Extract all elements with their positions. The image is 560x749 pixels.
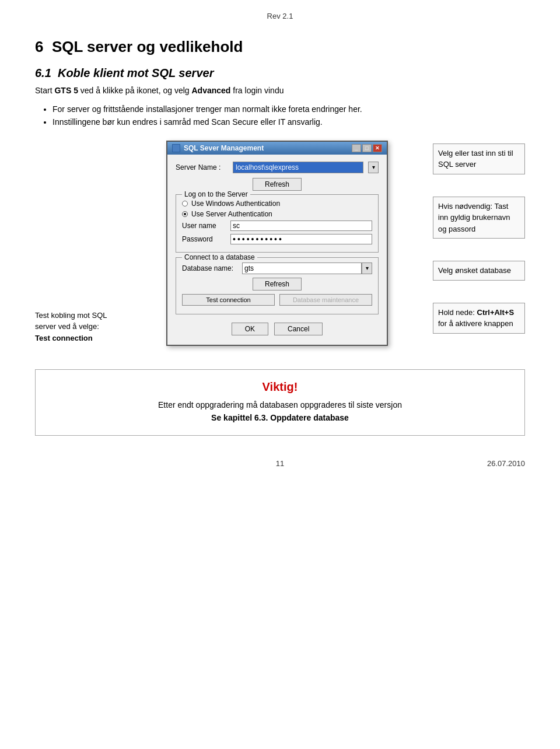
cancel-button[interactable]: Cancel (274, 323, 323, 335)
radio-windows[interactable] (182, 201, 188, 206)
refresh-bottom-button[interactable]: Refresh (253, 278, 302, 290)
annotation-sql-server: Velg eller tast inn sti til SQL server (433, 144, 525, 174)
footer-date: 26.07.2010 (478, 459, 525, 468)
test-connection-button[interactable]: Test connection (182, 294, 275, 306)
left-annotation-text: Test kobling mot SQL server ved å velge:… (35, 310, 128, 344)
logon-group: Log on to the Server Use Windows Authent… (176, 194, 379, 253)
dialog-icon (172, 144, 180, 152)
dialog-body: Server Name : ▾ Refresh Log on to the Se… (167, 155, 387, 345)
server-name-row: Server Name : ▾ (176, 162, 379, 173)
username-label: User name (182, 222, 226, 230)
radio-windows-row: Use Windows Authentication (182, 200, 372, 208)
important-text-1: Etter endt oppgradering må databasen opp… (53, 398, 507, 425)
sql-management-dialog: SQL Sever Management _ □ ✕ Server Name :… (166, 141, 388, 346)
database-name-row: Database name: ▾ (182, 262, 372, 274)
maximize-button[interactable]: □ (362, 144, 372, 152)
server-dropdown-arrow[interactable]: ▾ (368, 162, 379, 173)
page-footer: 11 26.07.2010 (35, 459, 525, 468)
username-input[interactable] (230, 220, 372, 231)
radio-windows-label: Use Windows Authentication (191, 200, 280, 208)
password-label: Password (182, 235, 226, 243)
action-row: Test connection Database maintenance (182, 294, 372, 306)
refresh-top-button[interactable]: Refresh (253, 178, 302, 191)
dialog-wrapper: SQL Sever Management _ □ ✕ Server Name :… (128, 141, 426, 346)
window-controls: _ □ ✕ (352, 144, 382, 152)
bullet-item-1: For server og frittstående installasjone… (52, 103, 525, 116)
database-input-wrapper: ▾ (242, 262, 372, 274)
annotation-ctrl-alt-s: Hold nede: Ctrl+Alt+S for å aktivere kna… (433, 303, 525, 334)
connect-db-legend: Connect to a database (182, 253, 257, 261)
dialog-footer: OK Cancel (176, 319, 379, 338)
close-button[interactable]: ✕ (373, 144, 382, 152)
radio-server-row: Use Server Authentication (182, 210, 372, 218)
radio-server-label: Use Server Authentication (191, 210, 272, 218)
chapter-title: 6 SQL server og vedlikehold (35, 38, 525, 56)
connect-db-group: Connect to a database Database name: ▾ R… (176, 257, 379, 314)
dialog-titlebar: SQL Sever Management _ □ ✕ (167, 142, 387, 155)
bullet-list: For server og frittstående installasjone… (52, 103, 525, 129)
password-row: Password (182, 234, 372, 244)
password-input[interactable] (230, 234, 372, 244)
database-name-label: Database name: (182, 264, 237, 272)
dialog-title: SQL Sever Management (184, 144, 264, 152)
annotation-database: Velg ønsket database (433, 261, 525, 281)
section-title: 6.1 Koble klient mot SQL server (35, 66, 525, 80)
intro-paragraph: Start GTS 5 ved å klikke på ikonet, og v… (35, 85, 525, 97)
bullet-item-2: Innstillingene bør kun endres i samråd m… (52, 116, 525, 128)
minimize-button[interactable]: _ (352, 144, 361, 152)
annotation-credentials: Hvis nødvendig: Tast inn gyldig brukerna… (433, 197, 525, 239)
title-left: SQL Sever Management (172, 144, 264, 152)
important-title: Viktig! (53, 380, 507, 394)
important-box: Viktig! Etter endt oppgradering må datab… (35, 369, 525, 436)
radio-server[interactable] (182, 211, 188, 217)
server-name-input[interactable] (233, 162, 363, 173)
right-annotations: Velg eller tast inn sti til SQL server H… (426, 141, 525, 338)
username-row: User name (182, 220, 372, 231)
main-content-area: Test kobling mot SQL server ved å velge:… (35, 141, 525, 346)
server-name-label: Server Name : (176, 163, 228, 172)
ok-button[interactable]: OK (232, 323, 268, 335)
page-header: Rev 2.1 (35, 12, 525, 20)
page-number: 11 (82, 459, 478, 468)
database-maintenance-button[interactable]: Database maintenance (279, 294, 372, 306)
db-dropdown-arrow[interactable]: ▾ (362, 262, 372, 274)
database-name-input[interactable] (242, 262, 362, 274)
logon-group-legend: Log on to the Server (182, 190, 250, 198)
left-annotation: Test kobling mot SQL server ved å velge:… (35, 141, 128, 344)
